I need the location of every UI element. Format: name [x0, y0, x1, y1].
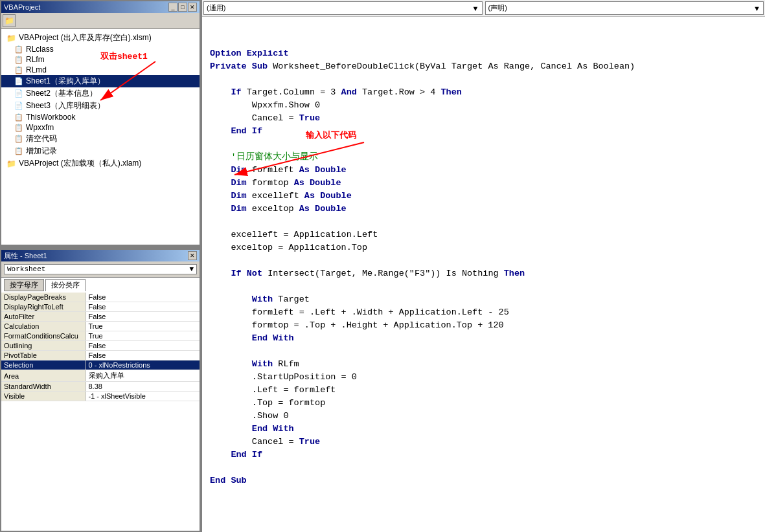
code-dropdown-right-value: (声明) [488, 3, 507, 13]
props-row[interactable]: OutliningFalse [1, 341, 200, 351]
tree-item[interactable]: 📁 VBAProject (宏加载项（私人).xlam) [1, 157, 200, 170]
code-line: .Left = formleft [210, 384, 757, 397]
tree-item[interactable]: 📄 Sheet3（入库明细表） [1, 100, 200, 112]
props-row[interactable]: Visible-1 - xlSheetVisible [1, 392, 200, 401]
code-line: Option Explicit [210, 47, 757, 60]
project-window-title: VBAProject _ □ ✕ [1, 1, 200, 13]
tree-item[interactable]: 📄 Sheet2（基本信息） [1, 87, 200, 100]
properties-tabs: 按字母序 按分类序 [1, 278, 200, 293]
code-line: Dim formleft As Double [210, 164, 757, 177]
props-row[interactable]: FormatConditionsCalcuTrue [1, 331, 200, 341]
tree-item[interactable]: 📋 增加记录 [1, 145, 200, 157]
props-row[interactable]: StandardWidth8.38 [1, 382, 200, 392]
project-title-text: VBAProject [4, 3, 40, 11]
tab-alpha[interactable]: 按字母序 [4, 279, 44, 291]
code-context-dropdown[interactable]: (通用) ▼ [203, 1, 483, 15]
code-proc-dropdown[interactable]: (声明) ▼ [485, 1, 764, 15]
props-row[interactable]: Selection0 - xlNoRestrictions [1, 360, 200, 370]
code-line: If Not Intersect(Target, Me.Range("F3"))… [210, 267, 757, 280]
folder-icon[interactable]: 📁 [3, 14, 16, 27]
code-line: .Show 0 [210, 410, 757, 423]
code-line: excelleft = Application.Left [210, 228, 757, 241]
code-line [210, 280, 757, 293]
props-row[interactable]: DisplayPageBreaksFalse [1, 293, 200, 302]
props-row[interactable]: PivotTableFalse [1, 351, 200, 360]
code-line: With RLfm [210, 358, 757, 371]
code-dropdown-left-value: (通用) [207, 3, 225, 13]
annotation-double-click: 双击sheet1 [100, 50, 148, 62]
code-line: End If [210, 125, 757, 138]
code-line: .Top = formtop [210, 397, 757, 410]
code-line: Cancel = True [210, 436, 757, 449]
properties-title-text: 属性 - Sheet1 [4, 251, 47, 261]
dropdown-right-arrow: ▼ [753, 5, 760, 12]
properties-dropdown[interactable]: Worksheet ▼ [4, 264, 197, 274]
code-line: formtop = .Top + .Height + Application.T… [210, 319, 757, 332]
props-close-btn[interactable]: ✕ [188, 251, 197, 260]
props-row[interactable]: DisplayRightToLeftFalse [1, 302, 200, 312]
props-row[interactable]: Area采购入库单 [1, 370, 200, 382]
code-line [210, 216, 757, 228]
code-line [210, 254, 757, 267]
tree-item[interactable]: 📋 ThisWorkbook [1, 112, 200, 122]
close-btn[interactable]: ✕ [188, 3, 197, 12]
code-line [210, 138, 757, 151]
code-line [210, 345, 757, 358]
properties-window-title: 属性 - Sheet1 ✕ [1, 250, 200, 261]
tree-item[interactable]: 📋 Wpxxfm [1, 122, 200, 133]
code-line [210, 461, 757, 474]
code-line: End If [210, 449, 757, 461]
code-line: Dim excelleft As Double [210, 190, 757, 203]
code-line: End Sub [210, 474, 757, 487]
maximize-btn[interactable]: □ [178, 3, 187, 12]
dropdown-arrow-icon: ▼ [189, 265, 194, 273]
props-row[interactable]: CalculationTrue [1, 322, 200, 331]
project-toolbar: 📁 [1, 13, 200, 29]
tree-item[interactable]: 📄 Sheet1（采购入库单） [1, 75, 200, 87]
code-line: End With [210, 423, 757, 436]
code-line: With Target [210, 293, 757, 306]
code-line: '日历窗体大小与显示 [210, 151, 757, 164]
code-line: End With [210, 332, 757, 345]
tree-item[interactable]: 📁 VBAProject (出入库及库存(空白).xlsm) [1, 32, 200, 44]
tree-item[interactable]: 📋 清空代码 [1, 133, 200, 145]
code-line: Wpxxfm.Show 0 [210, 99, 757, 112]
code-editor-area[interactable]: Option ExplicitPrivate Sub Worksheet_Bef… [202, 17, 765, 532]
code-line: Cancel = True [210, 112, 757, 125]
properties-dropdown-value: Worksheet [7, 265, 45, 273]
properties-table: DisplayPageBreaksFalseDisplayRightToLeft… [1, 293, 200, 531]
dropdown-left-arrow: ▼ [472, 5, 479, 12]
code-line: .StartUpPosition = 0 [210, 371, 757, 384]
tree-item[interactable]: 📋 RLmd [1, 65, 200, 75]
code-line: Private Sub Worksheet_BeforeDoubleClick(… [210, 60, 757, 73]
code-line: Dim formtop As Double [210, 177, 757, 190]
code-line: formleft = .Left + .Width + Application.… [210, 306, 757, 319]
code-line [210, 73, 757, 86]
code-line: Dim exceltop As Double [210, 203, 757, 216]
code-line: exceltop = Application.Top [210, 241, 757, 254]
code-line: If Target.Column = 3 And Target.Row > 4 … [210, 86, 757, 99]
props-row[interactable]: AutoFilterFalse [1, 312, 200, 322]
minimize-btn[interactable]: _ [168, 3, 177, 12]
tab-category[interactable]: 按分类序 [45, 279, 86, 291]
